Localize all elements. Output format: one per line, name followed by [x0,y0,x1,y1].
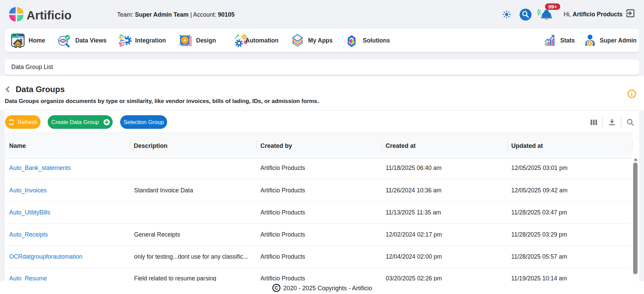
svg-text:99+: 99+ [548,4,557,10]
svg-text:C: C [275,285,278,291]
